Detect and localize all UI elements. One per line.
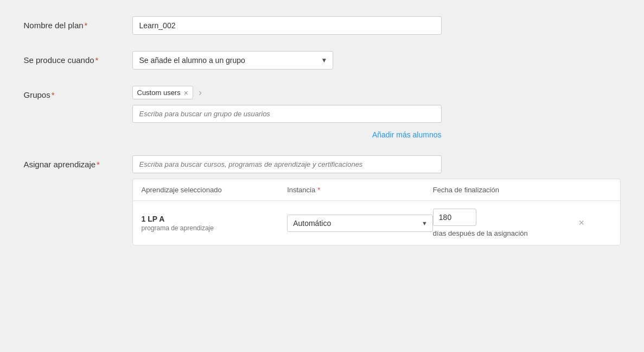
instance-select[interactable]: Automático Manual <box>287 215 433 232</box>
add-more-alumnos-link[interactable]: Añadir más alumnos <box>132 130 442 139</box>
learning-table: Aprendizaje seleccionado Instancia * Fec… <box>132 179 621 246</box>
asignar-required-star: * <box>97 160 100 169</box>
groups-section: Custom users × › Añadir más alumnos <box>132 86 621 139</box>
nombre-input[interactable] <box>132 16 442 35</box>
custom-users-tag: Custom users × <box>132 86 193 99</box>
grupos-content: Custom users × › Añadir más alumnos <box>132 86 621 139</box>
nombre-del-plan-row: Nombre del plan* <box>24 16 621 35</box>
table-row: 1 LP A programa de aprendizaje Automátic… <box>133 201 620 245</box>
learning-info-cell: 1 LP A programa de aprendizaje <box>142 215 288 232</box>
grupos-label-text: Grupos <box>24 90 50 99</box>
col3-header: Fecha de finalización <box>433 186 579 194</box>
learning-type: programa de aprendizaje <box>142 224 288 232</box>
col3-label: Fecha de finalización <box>433 186 499 194</box>
se-produce-content: Se añade el alumno a un grupo Se crea el… <box>132 51 621 70</box>
grupos-required-star: * <box>52 90 55 99</box>
tags-area: Custom users × › <box>132 86 621 99</box>
nombre-label-text: Nombre del plan <box>24 21 84 30</box>
col2-required-star: * <box>317 186 320 194</box>
fecha-input[interactable] <box>433 209 476 226</box>
nombre-required-star: * <box>85 21 88 30</box>
delete-row-button[interactable]: × <box>578 217 584 229</box>
instance-select-wrapper: Automático Manual ▼ <box>287 215 433 232</box>
asignar-search-input[interactable] <box>132 155 442 173</box>
se-produce-select[interactable]: Se añade el alumno a un grupo Se crea el… <box>132 51 333 70</box>
col1-label: Aprendizaje seleccionado <box>142 186 222 194</box>
se-produce-label: Se produce cuando* <box>24 51 132 65</box>
tag-close-icon[interactable]: × <box>184 89 188 97</box>
nombre-label: Nombre del plan* <box>24 16 132 30</box>
tag-label: Custom users <box>137 89 181 97</box>
col2-label: Instancia <box>287 186 315 194</box>
asignar-label: Asignar aprendizaje* <box>24 155 132 169</box>
col1-header: Aprendizaje seleccionado <box>142 186 288 194</box>
col4-header <box>578 186 611 194</box>
se-produce-label-text: Se produce cuando <box>24 55 94 65</box>
se-produce-select-wrapper: Se añade el alumno a un grupo Se crea el… <box>132 51 333 70</box>
grupos-row: Grupos* Custom users × › Añadir más alum… <box>24 86 621 139</box>
grupos-search-input[interactable] <box>132 105 442 123</box>
dias-text: días después de la asignación <box>433 229 579 237</box>
nombre-content <box>132 16 621 35</box>
asignar-label-text: Asignar aprendizaje <box>24 160 96 169</box>
se-produce-required-star: * <box>95 55 99 65</box>
col2-header: Instancia * <box>287 186 433 194</box>
arrow-right-icon: › <box>199 87 202 98</box>
learning-name: 1 LP A <box>142 215 288 223</box>
form-container: Nombre del plan* Se produce cuando* Se a… <box>24 16 621 246</box>
asignar-row: Asignar aprendizaje* Aprendizaje selecci… <box>24 155 621 246</box>
asignar-content: Aprendizaje seleccionado Instancia * Fec… <box>132 155 621 246</box>
grupos-label: Grupos* <box>24 86 132 99</box>
table-header: Aprendizaje seleccionado Instancia * Fec… <box>133 179 620 201</box>
se-produce-row: Se produce cuando* Se añade el alumno a … <box>24 51 621 70</box>
delete-cell: × <box>578 217 611 229</box>
fecha-cell: días después de la asignación <box>433 209 579 237</box>
